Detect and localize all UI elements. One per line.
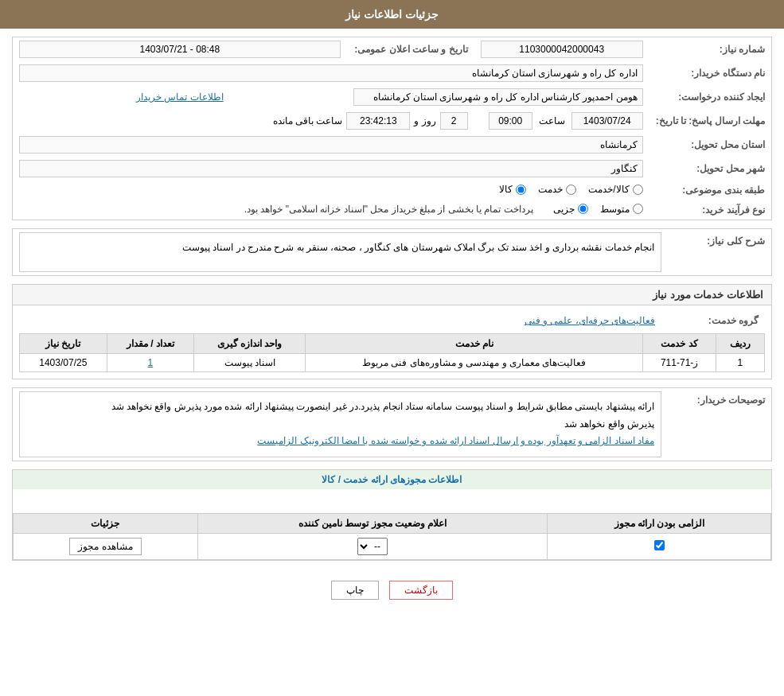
- th-date: تاریخ نیاز: [20, 334, 107, 354]
- service-section-title: اطلاعات خدمات مورد نیاز: [13, 285, 771, 305]
- need-number-label: شماره نیاز:: [649, 37, 771, 61]
- th-code: کد خدمت: [643, 334, 716, 354]
- process-jozi: جزیی: [553, 204, 588, 215]
- process-label-jozi: جزیی: [553, 204, 575, 215]
- footer-buttons: بازگشت چاپ: [12, 569, 772, 612]
- service-table-header: ردیف کد خدمت نام خدمت واحد اندازه گیری ت…: [20, 334, 765, 354]
- category-label-khidmat: خدمت: [538, 184, 563, 195]
- announce-date-label: تاریخ و ساعت اعلان عمومی:: [347, 37, 474, 61]
- category-khidmat: خدمت: [538, 184, 576, 195]
- need-desc-table: شرح کلی نیاز: انجام خدمات نقشه برداری و …: [13, 229, 771, 275]
- view-permit-button[interactable]: مشاهده مجوز: [69, 538, 141, 555]
- need-number-value: 1103000042000043: [481, 41, 643, 58]
- row-code: ز-71-711: [643, 354, 716, 372]
- page-title: جزئیات اطلاعات نیاز: [345, 8, 439, 21]
- contact-link[interactable]: اطلاعات تماس خریدار: [136, 91, 224, 103]
- row-date: 1403/07/25: [20, 354, 107, 372]
- city-value: کنگاور: [19, 160, 643, 177]
- category-kala: کالا: [499, 184, 526, 195]
- service-group-table: گروه خدمت: فعالیت‌های حرفه‌ای، علمی و فن…: [19, 312, 765, 329]
- service-group-label: گروه خدمت:: [661, 312, 765, 329]
- th-qty: تعداد / مقدار: [107, 334, 193, 354]
- service-data-table: ردیف کد خدمت نام خدمت واحد اندازه گیری ت…: [19, 333, 765, 372]
- perm-status-select[interactable]: --: [357, 538, 388, 555]
- deadline-time: 09:00: [489, 112, 532, 130]
- row-num: 1: [716, 354, 764, 372]
- perm-th-status: اعلام وضعیت مجوز توسط نامین کننده: [197, 513, 548, 533]
- main-info-section: شماره نیاز: 1103000042000043 تاریخ و ساع…: [12, 37, 772, 220]
- process-radio-jozi[interactable]: [578, 204, 588, 214]
- permissions-table: الزامی بودن ارائه مجوز اعلام وضعیت مجوز …: [13, 513, 771, 560]
- perm-header-row: الزامی بودن ارائه مجوز اعلام وضعیت مجوز …: [14, 513, 771, 533]
- deadline-date: 1403/07/24: [571, 112, 643, 130]
- page-wrapper: جزئیات اطلاعات نیاز شماره نیاز: 11030000…: [0, 0, 784, 696]
- deadline-days: 2: [440, 112, 468, 130]
- row-qty: 1: [107, 354, 193, 372]
- service-group-row: گروه خدمت: فعالیت‌های حرفه‌ای، علمی و فن…: [19, 312, 765, 329]
- category-label: طبقه بندی موضوعی:: [649, 181, 771, 200]
- perm-th-details: جزئیات: [14, 513, 198, 533]
- permissions-section: اطلاعات مجوزهای ارائه خدمت / کالا الزامی…: [12, 469, 772, 561]
- buyer-desc-blue: مفاد اسناد الزامی و تعهدآور بوده و ارسال…: [257, 435, 654, 446]
- buyer-desc-row: توصیحات خریدار: ارائه پیشنهاد بایستی مطا…: [13, 388, 771, 461]
- buyer-desc-table: توصیحات خریدار: ارائه پیشنهاد بایستی مطا…: [13, 388, 771, 461]
- category-radio-group: کالا/خدمت خدمت کالا: [499, 184, 642, 195]
- content-area: شماره نیاز: 1103000042000043 تاریخ و ساع…: [0, 29, 784, 620]
- buyer-desc-text: ارائه پیشنهاد بایستی مطابق شرایط و اسناد…: [19, 391, 661, 457]
- category-kala-khidmat: کالا/خدمت: [588, 184, 642, 195]
- th-name: نام خدمت: [306, 334, 643, 354]
- process-label: نوع فرآیند خرید:: [649, 200, 771, 220]
- need-number-row: شماره نیاز: 1103000042000043 تاریخ و ساع…: [13, 37, 771, 61]
- province-label: استان محل تحویل:: [649, 133, 771, 157]
- buyer-desc-label: توصیحات خریدار:: [668, 388, 771, 461]
- requester-value: هومن احمدپور کارشناس اداره کل راه و شهرس…: [353, 88, 643, 106]
- permissions-title[interactable]: اطلاعات مجوزهای ارائه خدمت / کالا: [13, 470, 771, 489]
- perm-details-cell: مشاهده مجوز: [14, 533, 198, 559]
- perm-data-row: -- مشاهده مجوز: [14, 533, 771, 559]
- deadline-remaining: 23:42:13: [346, 112, 410, 130]
- page-header: جزئیات اطلاعات نیاز: [0, 0, 784, 29]
- deadline-remaining-label: ساعت باقی مانده: [273, 115, 343, 126]
- category-row: طبقه بندی موضوعی: کالا/خدمت خدمت: [13, 181, 771, 200]
- service-group-value[interactable]: فعالیت‌های حرفه‌ای، علمی و فنی: [525, 315, 655, 326]
- city-label: شهر محل تحویل:: [649, 157, 771, 181]
- requester-row: ایجاد کننده درخواست: هومن احمدپور کارشنا…: [13, 85, 771, 109]
- requester-label: ایجاد کننده درخواست:: [649, 85, 771, 109]
- buyer-desc-section: توصیحات خریدار: ارائه پیشنهاد بایستی مطا…: [12, 387, 772, 461]
- need-desc-label: شرح کلی نیاز:: [668, 229, 771, 275]
- perm-status-cell: --: [197, 533, 548, 559]
- deadline-row: مهلت ارسال پاسخ: تا تاریخ: 1403/07/24 سا…: [13, 109, 771, 133]
- process-note: پرداخت تمام یا بخشی از مبلغ خریداز محل "…: [244, 204, 533, 215]
- province-value: کرمانشاه: [19, 136, 643, 154]
- category-label-kala-khidmat: کالا/خدمت: [588, 184, 629, 195]
- deadline-label: مهلت ارسال پاسخ: تا تاریخ:: [649, 109, 771, 133]
- buyer-org-value: اداره کل راه و شهرسازی استان کرمانشاه: [19, 64, 643, 82]
- deadline-days-label: روز و: [414, 115, 435, 126]
- category-label-kala: کالا: [499, 184, 513, 195]
- province-row: استان محل تحویل: کرمانشاه: [13, 133, 771, 157]
- category-radio-khidmat[interactable]: [566, 185, 576, 195]
- process-row: نوع فرآیند خرید: متوسط جزیی پرداخت ت: [13, 200, 771, 220]
- category-radio-kala-khidmat[interactable]: [633, 185, 643, 195]
- process-radio-mutavasit[interactable]: [633, 204, 643, 214]
- buyer-org-label: نام دستگاه خریدار:: [649, 61, 771, 85]
- perm-required-cell: [548, 533, 771, 559]
- service-info-section: اطلاعات خدمات مورد نیاز گروه خدمت: فعالی…: [12, 284, 772, 379]
- th-unit: واحد اندازه گیری: [194, 334, 306, 354]
- buyer-org-row: نام دستگاه خریدار: اداره کل راه و شهرساز…: [13, 61, 771, 85]
- process-mutavasit: متوسط: [600, 204, 643, 215]
- need-desc-text: انجام خدمات نقشه برداری و اخذ سند تک برگ…: [19, 232, 661, 272]
- deadline-time-label: ساعت: [539, 115, 565, 126]
- print-button[interactable]: چاپ: [331, 581, 379, 600]
- perm-required-checkbox[interactable]: [654, 540, 665, 550]
- th-row: ردیف: [716, 334, 764, 354]
- process-label-mutavasit: متوسط: [600, 204, 630, 215]
- process-radio-group: متوسط جزیی پرداخت تمام یا بخشی از مبلغ خ…: [244, 204, 643, 215]
- info-table: شماره نیاز: 1103000042000043 تاریخ و ساع…: [13, 37, 771, 220]
- announce-date-value: 1403/07/21 - 08:48: [19, 41, 341, 58]
- permissions-spacer: [13, 489, 771, 513]
- back-button[interactable]: بازگشت: [389, 581, 453, 600]
- category-radio-kala[interactable]: [516, 185, 526, 195]
- row-unit: اسناد پیوست: [194, 354, 306, 372]
- need-desc-row: شرح کلی نیاز: انجام خدمات نقشه برداری و …: [13, 229, 771, 275]
